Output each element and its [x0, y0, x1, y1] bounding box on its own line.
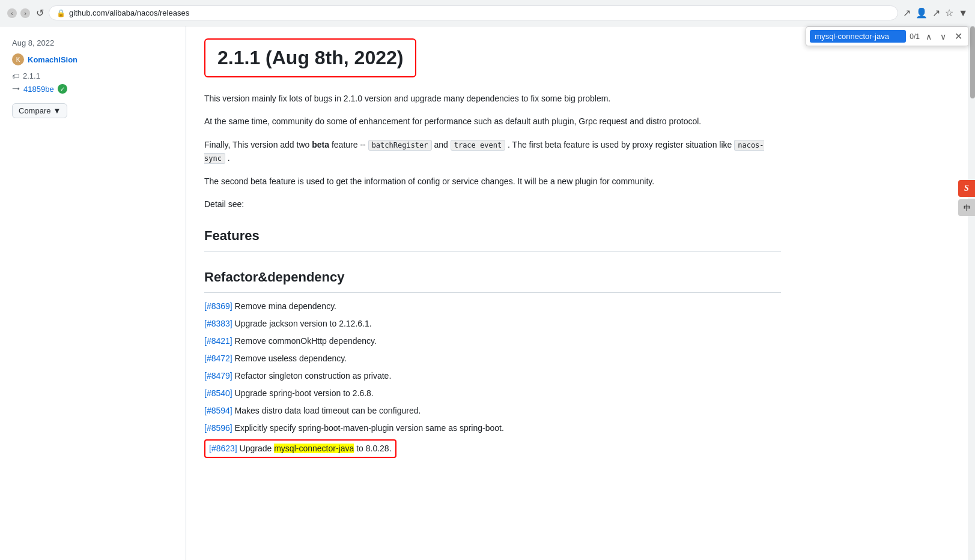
- avatar: K: [12, 53, 24, 65]
- list-item-highlight: [#8623] Upgrade mysql-connector-java to …: [204, 439, 781, 458]
- release-main-content: 2.1.1 (Aug 8th, 2022) This version mainl…: [186, 26, 975, 560]
- para3-suffix: . The first beta feature is used by prox…: [505, 140, 734, 149]
- item-text-8369: Remove mina dependency.: [232, 301, 336, 311]
- menu-icon[interactable]: ▼: [958, 8, 968, 19]
- list-item: [#8596] Explicitly specify spring-boot-m…: [204, 422, 781, 435]
- bookmark-icon[interactable]: ☆: [945, 7, 953, 19]
- para3-prefix: Finally, This version add two: [204, 140, 312, 149]
- scrollbar[interactable]: [968, 26, 975, 560]
- release-date: Aug 8, 2022: [12, 38, 174, 47]
- list-item: [#8594] Makes distro data load timeout c…: [204, 405, 781, 417]
- release-sidebar: Aug 8, 2022 K KomachiSion 🏷 2.1.1 ⭢ 4185…: [0, 26, 186, 560]
- find-bar: 0/1 ∧ ∨ ✕: [806, 26, 969, 46]
- issue-link-8594[interactable]: [#8594]: [204, 406, 232, 415]
- para3-code1: batchRegister: [368, 140, 432, 151]
- edge-icons: S 中: [958, 180, 975, 216]
- author-row: K KomachiSion: [12, 53, 174, 65]
- para3-suffix2: .: [225, 153, 230, 163]
- find-close-button[interactable]: ✕: [952, 29, 965, 43]
- item-text-8623-prefix: Upgrade: [237, 444, 274, 453]
- item-text-8594: Makes distro data load timeout can be co…: [232, 406, 421, 415]
- release-paragraph-4: The second beta feature is used to get t…: [204, 175, 781, 188]
- list-item: [#8472] Remove useless dependency.: [204, 352, 781, 365]
- share-icon[interactable]: ↗: [932, 7, 940, 19]
- commit-branch-icon: ⭢: [12, 85, 20, 94]
- item-text-8472: Remove useless dependency.: [232, 354, 347, 363]
- sogou-icon[interactable]: S: [958, 180, 975, 197]
- release-title-box: 2.1.1 (Aug 8th, 2022): [204, 38, 416, 77]
- list-item: [#8421] Remove commonOkHttp dependency.: [204, 335, 781, 348]
- highlight-row: [#8623] Upgrade mysql-connector-java to …: [204, 439, 396, 458]
- issue-link-8479[interactable]: [#8479]: [204, 371, 232, 381]
- para3-middle: feature --: [329, 140, 368, 149]
- issue-link-8596[interactable]: [#8596]: [204, 423, 232, 433]
- release-paragraph-3: Finally, This version add two beta featu…: [204, 138, 781, 165]
- release-body: This version mainly fix lots of bugs in …: [204, 92, 781, 458]
- chevron-down-icon: ▼: [53, 106, 61, 115]
- lock-icon: 🔒: [56, 9, 65, 17]
- browser-toolbar: ‹ › ↺ 🔒 github.com/alibaba/nacos/release…: [0, 0, 975, 26]
- profile-icon[interactable]: 👤: [916, 7, 928, 19]
- tag-value: 2.1.1: [23, 71, 40, 80]
- item-text-8383: Upgrade jackson version to 2.12.6.1.: [232, 319, 372, 328]
- sogou-label: S: [964, 184, 969, 193]
- browser-nav-controls: ‹ › ↺: [7, 7, 44, 19]
- tag-row: 🏷 2.1.1: [12, 71, 174, 80]
- issue-link-8421[interactable]: [#8421]: [204, 336, 232, 346]
- list-item: [#8479] Refactor singleton construction …: [204, 370, 781, 382]
- url-text: github.com/alibaba/nacos/releases: [69, 8, 890, 17]
- find-next-button[interactable]: ∨: [938, 31, 949, 43]
- issue-link-8369[interactable]: [#8369]: [204, 301, 232, 311]
- edge-tool-icon[interactable]: 中: [958, 199, 975, 216]
- reload-button[interactable]: ↺: [36, 7, 44, 19]
- commit-row: ⭢ 41859be ✓: [12, 84, 174, 94]
- refactor-list: [#8369] Remove mina dependency. [#8383] …: [204, 300, 781, 458]
- list-item: [#8383] Upgrade jackson version to 2.12.…: [204, 318, 781, 330]
- verified-badge: ✓: [58, 84, 67, 94]
- page-layout: Aug 8, 2022 K KomachiSion 🏷 2.1.1 ⭢ 4185…: [0, 26, 975, 560]
- edge-tool-label: 中: [964, 203, 970, 212]
- list-item: [#8540] Upgrade spring-boot version to 2…: [204, 387, 781, 400]
- issue-link-8472[interactable]: [#8472]: [204, 354, 232, 363]
- list-item: [#8369] Remove mina dependency.: [204, 300, 781, 313]
- release-title: 2.1.1 (Aug 8th, 2022): [217, 47, 403, 69]
- browser-action-buttons: ↗ 👤 ↗ ☆ ▼: [903, 7, 968, 19]
- open-in-new-icon[interactable]: ↗: [903, 7, 911, 19]
- issue-link-8383[interactable]: [#8383]: [204, 319, 232, 328]
- para3-bold: beta: [312, 140, 329, 149]
- compare-label: Compare: [19, 106, 50, 115]
- find-input[interactable]: [810, 30, 906, 43]
- item-text-8623-suffix: to 8.0.28.: [354, 444, 391, 453]
- find-prev-button[interactable]: ∧: [923, 31, 934, 43]
- commit-hash[interactable]: 41859be: [23, 85, 54, 94]
- author-name[interactable]: KomachiSion: [28, 55, 77, 64]
- item-text-8596: Explicitly specify spring-boot-maven-plu…: [232, 423, 504, 433]
- item-text-8421: Remove commonOkHttp dependency.: [232, 336, 377, 346]
- refactor-heading: Refactor&dependency: [204, 266, 781, 293]
- release-paragraph-2: At the same time, community do some of e…: [204, 115, 781, 128]
- para3-code2: trace event: [451, 140, 505, 151]
- item-text-8479: Refactor singleton construction as priva…: [232, 371, 392, 381]
- back-button[interactable]: ‹: [7, 8, 17, 18]
- para3-and: and: [432, 140, 451, 149]
- release-paragraph-1: This version mainly fix lots of bugs in …: [204, 92, 781, 105]
- forward-button[interactable]: ›: [20, 8, 30, 18]
- release-paragraph-5: Detail see:: [204, 197, 781, 211]
- issue-link-8623[interactable]: [#8623]: [209, 444, 237, 453]
- item-text-8540: Upgrade spring-boot version to 2.6.8.: [232, 388, 374, 398]
- issue-link-8540[interactable]: [#8540]: [204, 388, 232, 398]
- scroll-thumb[interactable]: [970, 26, 975, 98]
- compare-button[interactable]: Compare ▼: [12, 103, 67, 118]
- features-heading: Features: [204, 225, 781, 251]
- mysql-connector-java-highlight: mysql-connector-java: [274, 444, 354, 453]
- tag-icon: 🏷: [12, 72, 19, 80]
- find-count: 0/1: [910, 32, 920, 41]
- address-bar[interactable]: 🔒 github.com/alibaba/nacos/releases: [49, 5, 898, 20]
